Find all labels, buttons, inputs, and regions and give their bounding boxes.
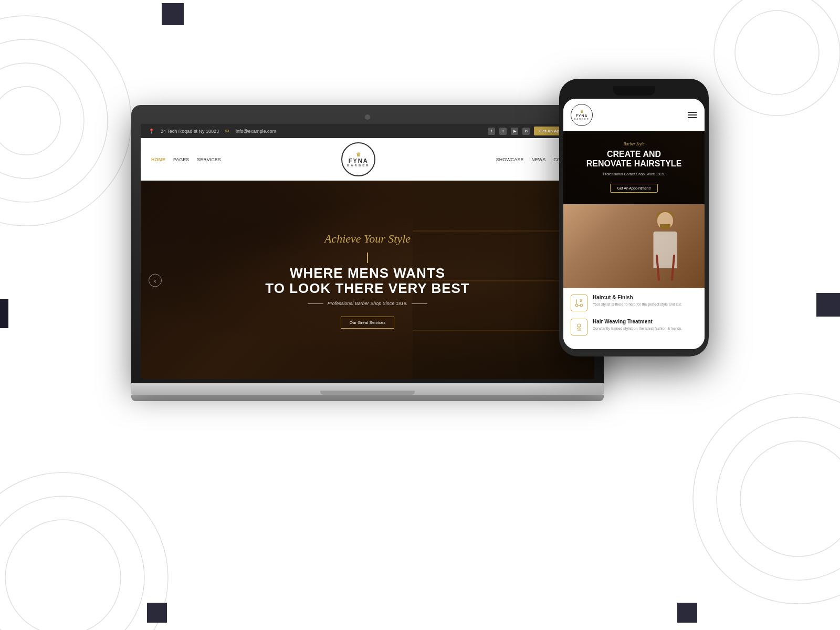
linkedin-icon[interactable]: in (522, 128, 530, 135)
logo-sub: BARBER (347, 164, 370, 167)
phone-services: Haircut & Finish Your stylist is there t… (563, 288, 705, 349)
phone-hero-cta[interactable]: Get An Appointment! (610, 184, 657, 193)
site-topbar: 📍 24 Tech Roqad st Ny 10023 ✉ info@examp… (141, 124, 594, 138)
phone-hero-subtitle: Professional Barber Shop Since 1919. (571, 172, 697, 176)
service-title-1: Haircut & Finish (593, 295, 682, 300)
topbar-left: 📍 24 Tech Roqad st Ny 10023 ✉ info@examp… (149, 129, 276, 134)
topbar-email: info@example.com (236, 129, 276, 134)
service-desc-1: Your stylist is there to help for the pe… (593, 302, 682, 307)
facebook-icon[interactable]: f (488, 128, 495, 135)
phone-barber-image (563, 204, 705, 288)
logo-crown-icon: ♛ (356, 152, 361, 158)
phone-logo-crown: ♛ (580, 110, 583, 114)
site-logo: ♛ FYNA BARBER (338, 142, 380, 176)
laptop-screen: 📍 24 Tech Roqad st Ny 10023 ✉ info@examp… (141, 124, 594, 379)
phone-device: ♛ FYNA BARBER Barber Style (559, 79, 709, 356)
hero-title-line2: TO LOOK THERE VERY BEST (265, 280, 469, 296)
phone-screen: ♛ FYNA BARBER Barber Style (563, 99, 705, 349)
logo-brand: FYNA (349, 158, 369, 164)
youtube-icon[interactable]: ▶ (511, 128, 518, 135)
laptop-camera (365, 114, 370, 120)
hero-script: Achieve Your Style (324, 232, 411, 246)
nav-links-left: HOME PAGES SERVICES (151, 157, 221, 162)
hamburger-line-3 (688, 117, 697, 118)
phone-hero-title: CREATE AND RENOVATE HAIRSTYLE (571, 150, 697, 169)
nav-pages[interactable]: PAGES (173, 157, 189, 162)
logo-circle: ♛ FYNA BARBER (341, 142, 375, 176)
service-item-1: Haircut & Finish Your stylist is there t… (571, 295, 697, 311)
nav-news[interactable]: NEWS (531, 157, 545, 162)
topbar-address: 24 Tech Roqad st Ny 10023 (161, 129, 219, 134)
nav-showcase[interactable]: SHOWCASE (496, 157, 524, 162)
phone-hero-title-line1: CREATE AND (607, 150, 661, 159)
site-navbar: HOME PAGES SERVICES ♛ FYNA BARBER (141, 138, 594, 181)
service-text-2: Hair Weaving Treatment Constantly traine… (593, 319, 682, 331)
hamburger-line-1 (688, 112, 697, 113)
phone-logo-brand: FYNA (575, 114, 587, 118)
hero-prev-arrow[interactable]: ‹ (149, 274, 162, 287)
twitter-icon[interactable]: t (499, 128, 507, 135)
laptop-base (131, 383, 604, 395)
phone-menu-button[interactable] (688, 112, 697, 118)
phone-notch (613, 86, 655, 96)
devices-container: 📍 24 Tech Roqad st Ny 10023 ✉ info@examp… (131, 79, 709, 551)
service-text-1: Haircut & Finish Your stylist is there t… (593, 295, 682, 307)
phone-outer: ♛ FYNA BARBER Barber Style (559, 79, 709, 356)
phone-logo: ♛ FYNA BARBER (571, 104, 593, 126)
phone-logo-sub: BARBER (574, 118, 589, 120)
phone-hero-label: Barber Style (571, 142, 697, 146)
hero-title: WHERE MENS WANTS TO LOOK THERE VERY BEST (265, 266, 469, 296)
hero-subtitle: Professional Barber Shop Since 1919. (308, 301, 428, 306)
service-item-2: Hair Weaving Treatment Constantly traine… (571, 319, 697, 335)
nav-services[interactable]: SERVICES (197, 157, 220, 162)
service-icon-haircut (571, 295, 587, 311)
phone-hero: Barber Style CREATE AND RENOVATE HAIRSTY… (563, 131, 705, 204)
phone-navbar: ♛ FYNA BARBER (563, 99, 705, 131)
laptop-device: 📍 24 Tech Roqad st Ny 10023 ✉ info@examp… (131, 105, 604, 401)
main-content: 📍 24 Tech Roqad st Ny 10023 ✉ info@examp… (0, 0, 840, 630)
laptop-stand (131, 395, 604, 401)
service-title-2: Hair Weaving Treatment (593, 319, 682, 324)
email-icon: ✉ (225, 129, 229, 134)
svg-point-12 (578, 324, 581, 327)
hero-cta-button[interactable]: Our Great Services (341, 317, 394, 329)
service-icon-weaving (571, 319, 587, 335)
hero-title-line1: WHERE MENS WANTS (290, 265, 445, 281)
location-icon: 📍 (149, 129, 154, 134)
site-hero: ‹ Achieve Your Style WHERE MENS WANTS TO… (141, 181, 594, 379)
service-desc-2: Constantly trained stylist on the latest… (593, 326, 682, 331)
hero-divider (367, 253, 368, 263)
nav-home[interactable]: HOME (151, 157, 165, 162)
phone-hero-title-line2: RENOVATE HAIRSTYLE (586, 159, 682, 168)
image-overlay (563, 204, 705, 288)
hamburger-line-2 (688, 114, 697, 116)
laptop-outer: 📍 24 Tech Roqad st Ny 10023 ✉ info@examp… (131, 105, 604, 383)
